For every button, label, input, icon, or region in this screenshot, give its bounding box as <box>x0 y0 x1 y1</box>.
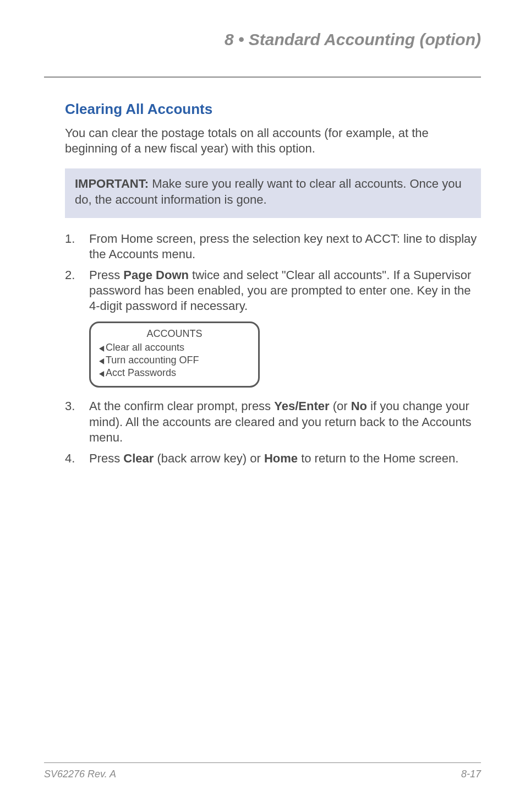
step-bold: Home <box>264 451 298 465</box>
step-text-suffix: to return to the Home screen. <box>298 451 458 465</box>
triangle-left-icon: ◀ <box>99 357 104 364</box>
page-container: 8 • Standard Accounting (option) Clearin… <box>0 0 525 812</box>
step-number: 3. <box>65 399 75 414</box>
footer-page-number: 8-17 <box>461 769 481 780</box>
step-4: 4. Press Clear (back arrow key) or Home … <box>65 451 481 466</box>
step-text: From Home screen, press the selection ke… <box>89 232 477 261</box>
step-1: 1. From Home screen, press the selection… <box>65 231 481 262</box>
device-screen-line: ◀Clear all accounts <box>99 341 250 354</box>
important-callout: IMPORTANT: Make sure you really want to … <box>65 168 481 217</box>
step-2: 2. Press Page Down twice and select "Cle… <box>65 268 481 388</box>
step-text-mid: (back arrow key) or <box>154 451 264 465</box>
device-screen: ACCOUNTS ◀Clear all accounts ◀Turn accou… <box>89 321 260 388</box>
step-number: 1. <box>65 231 75 247</box>
page-footer: SV62276 Rev. A 8-17 <box>44 762 481 780</box>
screen-line-text: Clear all accounts <box>106 341 184 354</box>
step-bold: Yes/Enter <box>274 399 329 413</box>
intro-paragraph: You can clear the postage totals on all … <box>65 126 481 156</box>
step-text-prefix: Press <box>89 268 123 282</box>
footer-doc-id: SV62276 Rev. A <box>44 769 116 780</box>
device-screen-title: ACCOUNTS <box>99 328 250 340</box>
device-screen-line: ◀Acct Passwords <box>99 367 250 379</box>
step-3: 3. At the confirm clear prompt, press Ye… <box>65 399 481 445</box>
chapter-title: 8 • Standard Accounting (option) <box>44 30 481 53</box>
screen-line-text: Turn accounting OFF <box>106 354 199 367</box>
screen-line-text: Acct Passwords <box>106 367 176 379</box>
step-number: 2. <box>65 268 75 283</box>
triangle-left-icon: ◀ <box>99 369 104 377</box>
device-screen-wrap: ACCOUNTS ◀Clear all accounts ◀Turn accou… <box>89 321 481 388</box>
steps-list: 1. From Home screen, press the selection… <box>65 231 481 467</box>
callout-label: IMPORTANT: <box>75 177 149 190</box>
step-text-mid: (or <box>330 399 351 413</box>
chapter-rule <box>44 77 481 78</box>
section-heading: Clearing All Accounts <box>65 101 481 118</box>
triangle-left-icon: ◀ <box>99 344 104 352</box>
device-screen-line: ◀Turn accounting OFF <box>99 354 250 367</box>
step-number: 4. <box>65 451 75 466</box>
step-bold: Clear <box>123 451 154 465</box>
step-text-prefix: At the confirm clear prompt, press <box>89 399 274 413</box>
step-bold: No <box>351 399 367 413</box>
step-bold: Page Down <box>123 268 189 282</box>
step-text-prefix: Press <box>89 451 123 465</box>
